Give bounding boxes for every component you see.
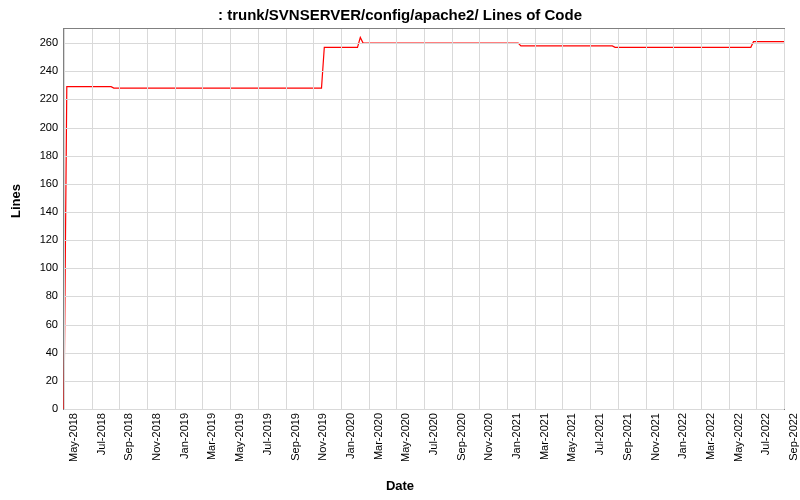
gridline-v <box>452 29 453 409</box>
gridline-v <box>535 29 536 409</box>
y-tick-label: 60 <box>8 318 58 330</box>
x-tick-label: May-2018 <box>67 413 79 462</box>
y-tick-label: 240 <box>8 64 58 76</box>
gridline-v <box>175 29 176 409</box>
gridline-v <box>507 29 508 409</box>
x-tick-label: Sep-2020 <box>455 413 467 461</box>
x-tick-label: Jan-2019 <box>178 413 190 459</box>
x-tick-label: Mar-2021 <box>538 413 550 460</box>
gridline-v <box>396 29 397 409</box>
x-tick-label: Mar-2020 <box>372 413 384 460</box>
x-tick-label: Nov-2019 <box>316 413 328 461</box>
y-tick-label: 200 <box>8 121 58 133</box>
x-tick-label: Nov-2020 <box>482 413 494 461</box>
y-tick-label: 80 <box>8 289 58 301</box>
x-tick-label: Sep-2018 <box>122 413 134 461</box>
gridline-v <box>479 29 480 409</box>
x-tick-label: Jan-2020 <box>344 413 356 459</box>
gridline-v <box>646 29 647 409</box>
y-tick-label: 160 <box>8 177 58 189</box>
x-tick-label: Mar-2022 <box>704 413 716 460</box>
x-tick-label: Nov-2021 <box>649 413 661 461</box>
x-tick-label: Jul-2019 <box>261 413 273 455</box>
gridline-v <box>424 29 425 409</box>
gridline-v <box>258 29 259 409</box>
gridline-v <box>119 29 120 409</box>
x-tick-label: Jul-2018 <box>95 413 107 455</box>
plot-area <box>63 28 785 410</box>
x-tick-label: Mar-2019 <box>205 413 217 460</box>
x-tick-label: May-2021 <box>565 413 577 462</box>
y-tick-label: 260 <box>8 36 58 48</box>
y-tick-label: 40 <box>8 346 58 358</box>
gridline-v <box>562 29 563 409</box>
x-tick-label: Jul-2022 <box>759 413 771 455</box>
chart-title: : trunk/SVNSERVER/config/apache2/ Lines … <box>0 6 800 23</box>
gridline-v <box>92 29 93 409</box>
x-tick-label: Sep-2021 <box>621 413 633 461</box>
gridline-v <box>64 29 65 409</box>
y-tick-label: 100 <box>8 261 58 273</box>
y-tick-label: 120 <box>8 233 58 245</box>
gridline-v <box>313 29 314 409</box>
gridline-v <box>590 29 591 409</box>
gridline-v <box>369 29 370 409</box>
gridline-v <box>701 29 702 409</box>
x-axis-label: Date <box>0 478 800 493</box>
x-tick-label: May-2022 <box>732 413 744 462</box>
x-tick-label: May-2019 <box>233 413 245 462</box>
y-tick-label: 0 <box>8 402 58 414</box>
y-tick-label: 220 <box>8 92 58 104</box>
gridline-v <box>756 29 757 409</box>
gridline-v <box>230 29 231 409</box>
x-tick-label: Jan-2022 <box>676 413 688 459</box>
x-tick-label: Jan-2021 <box>510 413 522 459</box>
gridline-v <box>147 29 148 409</box>
gridline-v <box>673 29 674 409</box>
y-tick-label: 140 <box>8 205 58 217</box>
y-tick-label: 20 <box>8 374 58 386</box>
x-tick-label: Nov-2018 <box>150 413 162 461</box>
gridline-v <box>784 29 785 409</box>
x-tick-label: Sep-2022 <box>787 413 799 461</box>
gridline-h <box>64 409 784 410</box>
gridline-v <box>341 29 342 409</box>
x-tick-label: Sep-2019 <box>289 413 301 461</box>
gridline-v <box>729 29 730 409</box>
x-tick-label: May-2020 <box>399 413 411 462</box>
y-tick-label: 180 <box>8 149 58 161</box>
gridline-v <box>202 29 203 409</box>
gridline-v <box>618 29 619 409</box>
x-tick-label: Jul-2020 <box>427 413 439 455</box>
x-tick-label: Jul-2021 <box>593 413 605 455</box>
gridline-v <box>286 29 287 409</box>
